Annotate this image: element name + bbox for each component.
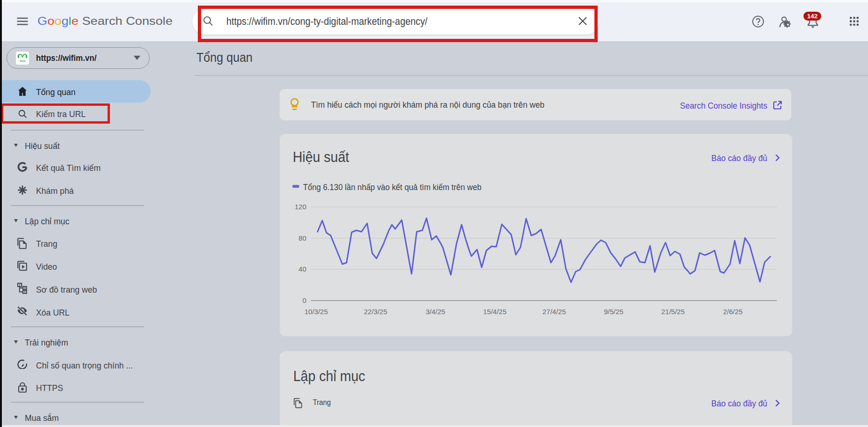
svg-text:2/6/25: 2/6/25 <box>723 308 743 316</box>
svg-text:0: 0 <box>303 296 306 304</box>
svg-text:80: 80 <box>298 234 306 242</box>
svg-text:22/3/25: 22/3/25 <box>364 308 387 316</box>
svg-text:15/4/25: 15/4/25 <box>483 308 506 316</box>
svg-text:3/4/25: 3/4/25 <box>426 308 445 316</box>
svg-text:9/5/25: 9/5/25 <box>604 308 623 316</box>
svg-text:120: 120 <box>295 203 306 211</box>
svg-text:27/4/25: 27/4/25 <box>542 308 566 316</box>
svg-text:21/5/25: 21/5/25 <box>661 308 685 316</box>
svg-text:WIFIM: WIFIM <box>20 60 26 62</box>
svg-text:10/3/25: 10/3/25 <box>304 308 328 316</box>
svg-text:40: 40 <box>298 265 306 273</box>
